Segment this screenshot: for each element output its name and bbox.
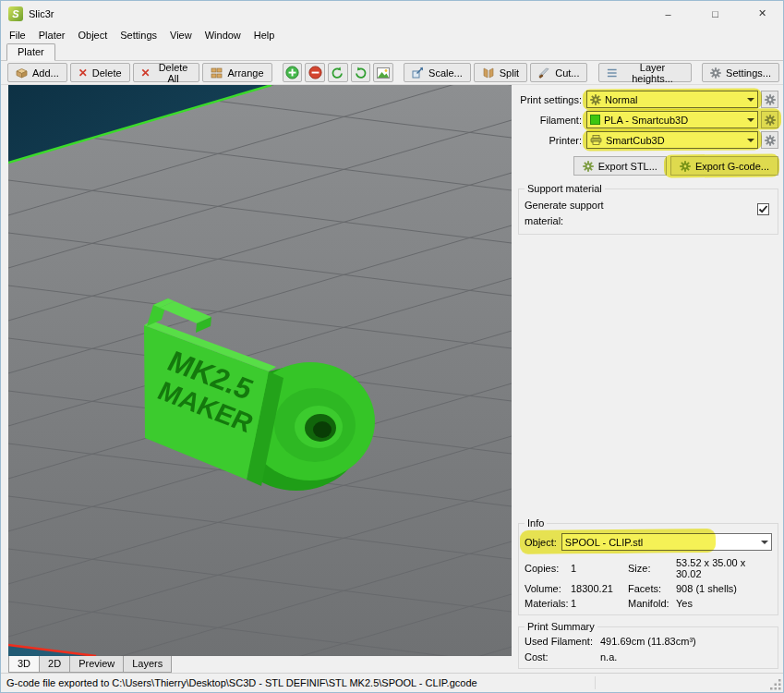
delete-all-icon: ✕ <box>141 67 151 79</box>
printer-row: Printer: SmartCub3D <box>518 131 778 149</box>
chevron-down-icon[interactable] <box>743 91 757 107</box>
gear-icon <box>590 94 601 105</box>
print-summary-group: Print Summary Used Filament: 491.69cm (1… <box>518 621 778 669</box>
manifold-value: Yes <box>676 598 772 609</box>
minimize-button[interactable]: – <box>647 1 689 26</box>
cost-value: n.a. <box>600 651 772 663</box>
settings-button[interactable]: Settings... <box>702 63 779 82</box>
export-stl-label: Export STL... <box>598 161 657 172</box>
gear-icon <box>765 135 776 146</box>
cut-button-label: Cut... <box>555 67 579 79</box>
viewport-column: MK2.5 MAKER 3D 2D Preview Layers <box>1 85 512 673</box>
tab-2d[interactable]: 2D <box>39 656 70 673</box>
chevron-down-icon[interactable] <box>743 112 757 128</box>
layer-heights-icon <box>607 67 617 79</box>
export-gcode-icon <box>680 161 691 172</box>
main-area: MK2.5 MAKER 3D 2D Preview Layers Print s… <box>1 85 783 673</box>
manifold-label: Manifold: <box>628 598 676 609</box>
printer-gear-button[interactable] <box>761 131 778 149</box>
filament-value: PLA - Smartcub3D <box>604 115 740 126</box>
delete-button[interactable]: ✕ Delete <box>70 63 130 82</box>
notebook-tabs: Plater <box>1 43 783 61</box>
maximize-button[interactable]: □ <box>694 1 736 26</box>
rotate-cw-button[interactable] <box>351 63 371 82</box>
rotate-ccw-button[interactable] <box>328 63 348 82</box>
tab-preview[interactable]: Preview <box>69 656 124 673</box>
object-select[interactable]: SPOOL - CLIP.stl <box>561 533 772 551</box>
print-settings-row: Print settings: Normal <box>518 91 778 108</box>
layer-heights-button[interactable]: Layer heights... <box>598 63 692 82</box>
info-group: Info Object: SPOOL - CLIP.stl Copies: 1 … <box>518 517 778 615</box>
tab-3d[interactable]: 3D <box>8 656 40 673</box>
plus-circle-icon <box>285 66 299 79</box>
add-button[interactable]: Add... <box>7 63 67 82</box>
export-stl-button[interactable]: Export STL... <box>573 156 667 176</box>
toolbar: Add... ✕ Delete ✕ Delete All Arrange <box>1 61 783 85</box>
gear-icon <box>710 67 721 79</box>
menu-help[interactable]: Help <box>247 28 282 43</box>
generate-support-label: Generate support material: <box>525 198 645 228</box>
object-label: Object: <box>525 537 561 548</box>
remove-copy-button[interactable] <box>305 63 325 82</box>
print-settings-value: Normal <box>605 94 740 105</box>
add-button-label: Add... <box>32 67 59 79</box>
3d-viewport[interactable]: MK2.5 MAKER <box>8 85 512 656</box>
split-button-label: Split <box>500 67 519 79</box>
menu-settings[interactable]: Settings <box>114 28 163 43</box>
menu-plater[interactable]: Plater <box>32 28 72 43</box>
cut-icon <box>538 67 550 79</box>
info-legend: Info <box>525 517 547 529</box>
export-stl-icon <box>583 161 594 172</box>
tab-layers[interactable]: Layers <box>123 656 172 673</box>
gear-icon <box>765 94 776 105</box>
materials-value: 1 <box>571 598 628 609</box>
split-button[interactable]: Split <box>474 63 527 82</box>
delete-all-button-label: Delete All <box>155 62 192 84</box>
scale-icon <box>412 67 424 79</box>
delete-all-button[interactable]: ✕ Delete All <box>133 63 200 82</box>
filament-select[interactable]: PLA - Smartcub3D <box>586 111 758 128</box>
view-tabs: 3D 2D Preview Layers <box>8 656 512 673</box>
settings-button-label: Settings... <box>726 67 771 79</box>
scale-button[interactable]: Scale... <box>404 63 471 82</box>
menu-view[interactable]: View <box>163 28 199 43</box>
chevron-down-icon[interactable] <box>757 534 771 550</box>
hub-hole-inner <box>313 421 332 438</box>
printer-icon <box>590 135 602 145</box>
size-label: Size: <box>628 563 676 574</box>
add-copy-button[interactable] <box>283 63 303 82</box>
filament-gear-button[interactable] <box>761 111 778 128</box>
change-view-button[interactable] <box>373 63 393 82</box>
print-settings-select[interactable]: Normal <box>586 91 758 108</box>
menu-window[interactable]: Window <box>199 28 247 43</box>
rotate-cw-icon <box>354 67 368 79</box>
support-row: Generate support material: <box>525 196 772 228</box>
tab-plater[interactable]: Plater <box>6 43 55 61</box>
cut-button[interactable]: Cut... <box>530 63 587 82</box>
close-button[interactable]: ✕ <box>742 1 783 26</box>
materials-label: Materials: <box>525 598 571 609</box>
print-settings-gear-button[interactable] <box>761 91 778 108</box>
status-message: G-code file exported to C:\Users\Thierry… <box>6 677 477 688</box>
copies-value: 1 <box>571 563 628 574</box>
filament-label: Filament: <box>518 115 586 126</box>
object-row: Object: SPOOL - CLIP.stl <box>525 533 772 551</box>
menu-file[interactable]: File <box>3 28 32 43</box>
export-gcode-button[interactable]: Export G-code... <box>670 156 778 176</box>
generate-support-checkbox[interactable] <box>757 203 769 215</box>
export-gcode-label: Export G-code... <box>695 161 769 172</box>
resize-grip[interactable] <box>769 678 782 691</box>
printer-select[interactable]: SmartCub3D <box>586 131 758 149</box>
facets-label: Facets: <box>628 583 676 594</box>
menu-object[interactable]: Object <box>71 28 114 43</box>
status-bar: G-code file exported to C:\Users\Thierry… <box>1 673 783 692</box>
used-filament-value: 491.69cm (11.83cm³) <box>600 636 772 647</box>
image-icon <box>377 67 390 79</box>
minus-circle-icon <box>308 66 322 79</box>
check-icon <box>758 204 768 214</box>
arrange-button[interactable]: Arrange <box>202 63 271 82</box>
slic3r-window: S Slic3r – □ ✕ File Plater Object Settin… <box>0 0 784 693</box>
facets-value: 908 (1 shells) <box>676 583 772 594</box>
chevron-down-icon[interactable] <box>743 132 757 148</box>
cost-label: Cost: <box>525 651 600 663</box>
